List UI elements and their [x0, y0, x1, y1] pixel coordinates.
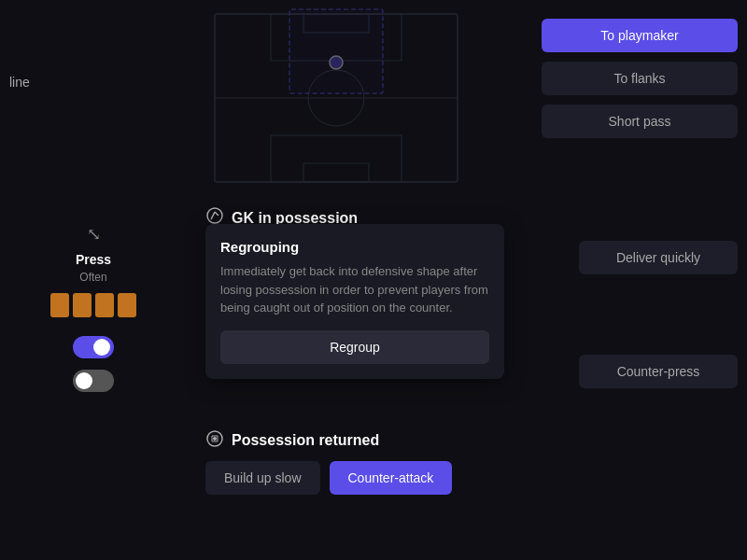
- bar-4: [118, 293, 136, 317]
- left-sidebar: line ⤡ Press Often: [0, 0, 187, 560]
- possession-icon: [205, 429, 224, 452]
- counter-press-button[interactable]: Counter-press: [579, 355, 738, 388]
- press-sublabel: Often: [79, 271, 106, 284]
- svg-rect-7: [289, 9, 383, 93]
- tooltip-description: Immediately get back into defensive shap…: [220, 262, 489, 317]
- regrouping-tooltip: Regrouping Immediately get back into def…: [205, 224, 504, 379]
- press-bars: [50, 293, 136, 317]
- svg-point-8: [330, 56, 343, 69]
- possession-section: Possession returned Build up slow Counte…: [187, 420, 691, 495]
- svg-rect-5: [271, 135, 402, 182]
- line-label: line: [0, 75, 30, 90]
- toggle-2[interactable]: [73, 370, 114, 392]
- toggle-1-knob: [93, 339, 110, 356]
- to-flanks-button[interactable]: To flanks: [542, 62, 738, 95]
- toggle-row-1[interactable]: [73, 336, 114, 358]
- regroup-button[interactable]: Regroup: [220, 330, 489, 364]
- svg-point-13: [213, 437, 217, 441]
- to-playmaker-button[interactable]: To playmaker: [542, 19, 738, 52]
- counter-attack-button[interactable]: Counter-attack: [330, 461, 453, 495]
- possession-header: Possession returned: [187, 420, 691, 461]
- possession-title: Possession returned: [232, 432, 379, 449]
- field-svg: [205, 5, 467, 191]
- build-up-slow-button[interactable]: Build up slow: [205, 461, 320, 495]
- svg-rect-6: [303, 163, 369, 182]
- bar-2: [73, 293, 92, 317]
- tooltip-title: Regrouping: [220, 239, 489, 255]
- toggle-2-knob: [76, 372, 92, 389]
- possession-options: Build up slow Counter-attack: [187, 461, 691, 495]
- toggle-row-2[interactable]: [73, 370, 114, 392]
- bar-1: [50, 293, 69, 317]
- deliver-quickly-button[interactable]: Deliver quickly: [579, 241, 738, 274]
- svg-line-10: [211, 212, 215, 219]
- compress-icon: ⤡: [87, 224, 101, 245]
- field-area: [187, 0, 486, 196]
- svg-line-11: [215, 212, 218, 216]
- press-label: Press: [76, 252, 111, 267]
- svg-point-9: [207, 208, 222, 223]
- bar-3: [95, 293, 114, 317]
- toggle-1[interactable]: [73, 336, 114, 358]
- short-pass-button[interactable]: Short pass: [542, 105, 738, 138]
